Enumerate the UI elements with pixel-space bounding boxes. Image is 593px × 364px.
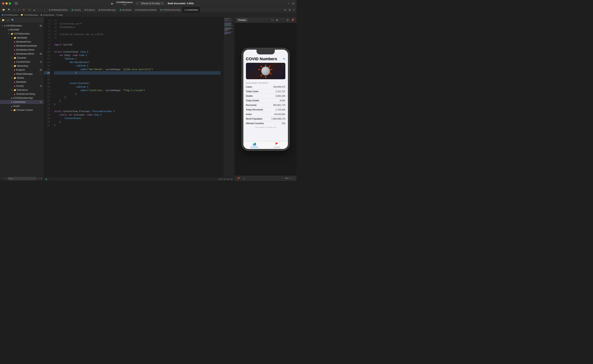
tab-bar-countries[interactable]: 🚩 Countries xyxy=(266,142,288,148)
code-lines[interactable]: // // ContentView.swift // COVIDNumbers … xyxy=(51,17,223,177)
zoom-out-btn[interactable]: − xyxy=(281,177,284,180)
source-icon[interactable]: ⎇ xyxy=(27,8,31,11)
sidebar-item-networking-folder[interactable]: ▼ 📁 Networking xyxy=(0,64,44,68)
sidebar-item-worldwidelistview[interactable]: ◆ WorldwideListView xyxy=(0,48,44,52)
add-button[interactable]: ＋ xyxy=(287,2,290,5)
sidebar-item-extensions-folder[interactable]: ▼ 📁 Extensions xyxy=(0,88,44,92)
preview-grid-btn[interactable]: ⊞ xyxy=(286,18,290,22)
cloud-icon[interactable]: ☁ xyxy=(32,8,36,11)
search-icon[interactable]: 🔍 xyxy=(7,8,11,11)
zoom-in-btn[interactable]: + xyxy=(292,177,295,180)
sidebar-item-countriesview[interactable]: ◆ CountriesView A xyxy=(0,60,44,64)
warning-icon[interactable]: ⚠ xyxy=(13,8,16,11)
preview-list-btn[interactable]: ≡ xyxy=(242,177,245,180)
breadcrumb-part1[interactable]: COVIDNumbers xyxy=(4,14,19,16)
preview-device-btn[interactable]: 📱 xyxy=(280,18,284,22)
sidebar-item-networkmanager[interactable]: ◆ NetworkManager xyxy=(0,72,44,76)
filter-input[interactable] xyxy=(7,177,37,180)
sidebar-item-timeinterval[interactable]: ◆ TimeInterval+String xyxy=(0,92,44,96)
disclosure-icon: ▼ xyxy=(11,57,13,59)
breadcrumb: ◆ COVIDNumbers › 📁 COVIDNumbers › ◆ Cont… xyxy=(0,13,297,17)
countries-tab-label: Countries xyxy=(273,146,280,148)
filter-options-btn[interactable]: ⊙ xyxy=(5,177,6,180)
inspector-toggle[interactable]: ℹ xyxy=(293,8,295,11)
disclosure-icon: ▼ xyxy=(8,33,10,35)
breadcrumb-part3[interactable]: ContentView xyxy=(43,14,54,16)
swift-icon: ◆ xyxy=(14,53,15,55)
run-button[interactable]: ▶ xyxy=(111,2,113,5)
tab-bar-worldwide[interactable]: 🌏 Worldwide xyxy=(243,142,266,148)
test-icon[interactable]: ◇ xyxy=(17,8,20,11)
preview-play-btn[interactable]: ▶ xyxy=(275,18,279,22)
preview-pin-btn[interactable]: 📌 xyxy=(291,18,295,22)
close-button[interactable] xyxy=(2,2,4,5)
asset-icon: ◈ xyxy=(11,105,13,107)
sidebar-item-worldwide-model[interactable]: ◆ Worldwide xyxy=(0,80,44,84)
forward-button[interactable]: › xyxy=(44,8,46,11)
sidebar-files-btn[interactable]: 📁 xyxy=(1,18,5,22)
tab-ContentView[interactable]: ◆ ContentView xyxy=(182,7,200,13)
sidebar-item-covidnumbers-folder[interactable]: ▼ 📁 COVIDNumbers xyxy=(0,32,44,36)
sidebar-item-assets[interactable]: ◈ Assets xyxy=(0,104,44,108)
filter-history-btn[interactable]: ⊘ xyxy=(38,177,39,180)
folder-icon[interactable]: 📁 xyxy=(1,8,6,11)
sidebar-item-contentview[interactable]: ◆ ContentView M xyxy=(0,100,44,104)
maximize-button[interactable] xyxy=(9,2,11,5)
split-button[interactable]: ⊟ xyxy=(283,8,287,11)
sidebar-item-worldwide-folder[interactable]: ▼ 📁 Worldwide xyxy=(0,36,44,40)
zoom-dropdown-icon[interactable]: ▼ xyxy=(289,177,291,179)
disclosure-icon: ▼ xyxy=(11,89,13,91)
preview-refresh-btn[interactable]: ↻ xyxy=(270,18,274,22)
sidebar-search-btn[interactable]: 🔍 xyxy=(11,18,15,22)
preview-pin-bottom-btn[interactable]: 📌 xyxy=(236,177,241,180)
sidebar-item-worldwidelistrow[interactable]: ◆ WorldwideListRow M xyxy=(0,52,44,56)
code-content: 12345 678910 1112131415 16 1718192021 22… xyxy=(44,17,235,177)
tab-Country[interactable]: ◆ Country xyxy=(70,7,83,13)
sidebar-item-preview-content[interactable]: ▶ 📁 Preview Content xyxy=(0,108,44,112)
tab-WorldwideViewModel[interactable]: ◆ WorldwideViewModel xyxy=(133,7,159,13)
sidebar-item-worldwideviewmodel[interactable]: ◆ WorldwideViewModel xyxy=(0,44,44,48)
device-selector[interactable]: 📱 iPhone 13 Pro Max ▼ xyxy=(136,2,165,5)
line-numbers: 12345 678910 1112131415 16 1718192021 22… xyxy=(44,17,51,177)
project-badge: M xyxy=(39,25,42,27)
swift-icon: ◆ xyxy=(120,9,121,11)
project-branch: main xyxy=(123,4,127,6)
add-filter-btn[interactable]: ＋ xyxy=(1,177,3,180)
build-result: Succeeded xyxy=(174,2,185,5)
sidebar-item-endpoint[interactable]: ◆ Endpoint M xyxy=(0,68,44,72)
sidebar-toggle-icon[interactable] xyxy=(15,2,18,5)
refresh-icon[interactable]: ↻ xyxy=(283,57,285,61)
last-updated: Last updated 10 minutes ago xyxy=(246,126,285,129)
stats-list: Cases 434,669,075 Today Cases 1,311,711 … xyxy=(246,85,285,126)
iphone-screen: COVID Numbers ↻ xyxy=(243,50,288,149)
tab-WorldwideListRow[interactable]: ◆ WorldwideListRow xyxy=(47,7,70,13)
breadcrumb-part2[interactable]: COVIDNumbers xyxy=(24,14,38,16)
tab-Endpoint[interactable]: ◆ Endpoint xyxy=(83,7,97,13)
sidebar-item-covidnumbersapp[interactable]: ◆ COVIDNumbersApp xyxy=(0,96,44,100)
sidebar-item-countries-folder[interactable]: ▼ 📁 Countries xyxy=(0,56,44,60)
preview-tab[interactable]: Preview xyxy=(236,18,248,22)
sidebar-item-readme[interactable]: ■ README xyxy=(0,28,44,32)
minimize-button[interactable] xyxy=(6,2,8,5)
disclosure-icon: ▼ xyxy=(11,77,13,79)
sidebar-vcs-btn[interactable]: ⎇ xyxy=(6,18,10,22)
debug-icon[interactable]: 🐞 xyxy=(21,8,26,11)
tab-Worldwide[interactable]: ◆ Worldwide xyxy=(118,7,133,13)
swift-icon: ◆ xyxy=(184,9,186,11)
tab-NetworkManager[interactable]: ◆ NetworkManager xyxy=(97,7,118,13)
app-header: COVID Numbers ↻ xyxy=(246,57,285,61)
filter-sort-btn[interactable]: ⊞ xyxy=(40,177,42,180)
item-label: Extensions xyxy=(17,89,28,91)
layout-toggle[interactable]: ⊞ xyxy=(288,8,291,11)
tab-COVIDNumbersApp[interactable]: ◆ COVIDNumbersApp xyxy=(158,7,182,13)
sidebar-item-worldwideview[interactable]: ◆ WorldwideView xyxy=(0,40,44,44)
sidebar-item-models-folder[interactable]: ▼ 📁 Models xyxy=(0,76,44,80)
layout-button[interactable]: ⊞ xyxy=(292,2,294,5)
swift-icon: ◆ xyxy=(14,41,15,43)
sidebar-item-project[interactable]: ▼ ■ COVIDNumbers M xyxy=(0,24,44,28)
sidebar-item-country-model[interactable]: ◆ Country A xyxy=(0,84,44,88)
swift-icon: ◆ xyxy=(98,9,100,11)
back-button[interactable]: ‹ xyxy=(40,8,43,11)
breadcrumb-part4[interactable]: body xyxy=(58,14,63,16)
editor-tabs: ◆ WorldwideListRow ◆ Country ◆ Endpoint … xyxy=(47,7,282,13)
